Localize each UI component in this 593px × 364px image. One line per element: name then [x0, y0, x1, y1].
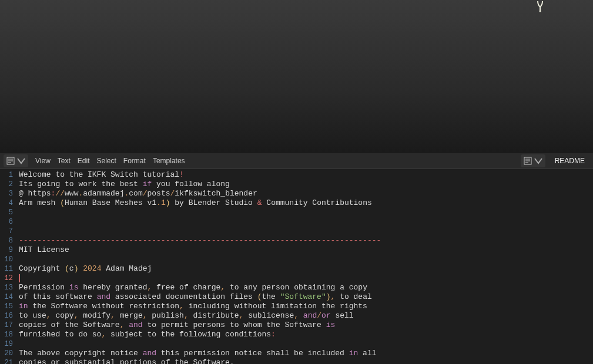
- code-line: [19, 255, 593, 264]
- code-line: Copyright (c) 2024 Adam Madej: [19, 264, 593, 274]
- line-number: 1: [0, 170, 13, 180]
- line-number: 11: [0, 264, 13, 274]
- text-file-icon: [523, 156, 532, 166]
- code-line: Arm mesh (Human Base Meshes v1.1) by BLe…: [19, 198, 593, 208]
- code-line: [19, 227, 593, 236]
- code-line: ----------------------------------------…: [19, 236, 593, 245]
- code-line: Its going to work the best if you follow…: [19, 180, 593, 189]
- svg-point-0: [540, 11, 541, 12]
- code-line: Permission is hereby granted, free of ch…: [19, 283, 593, 292]
- code-line: [19, 217, 593, 227]
- code-content[interactable]: Welcome to the IKFK Switch tutorial!Its …: [16, 169, 593, 364]
- menu-format[interactable]: Format: [123, 157, 146, 165]
- 3d-viewport[interactable]: [0, 0, 593, 153]
- menu-text[interactable]: Text: [58, 157, 71, 165]
- text-cursor: [19, 274, 20, 282]
- code-line: copies of the Software, and to permit pe…: [19, 321, 593, 330]
- line-number: 14: [0, 292, 13, 302]
- line-number: 3: [0, 189, 13, 198]
- text-datablock-selector[interactable]: [521, 154, 545, 167]
- code-line: of this software and associated document…: [19, 292, 593, 302]
- chevron-down-icon: [534, 156, 543, 166]
- code-line: Welcome to the IKFK Switch tutorial!: [19, 170, 593, 180]
- line-number: 6: [0, 217, 13, 227]
- menu-select[interactable]: Select: [97, 157, 116, 165]
- line-number: 7: [0, 227, 13, 236]
- line-number: 21: [0, 358, 13, 364]
- line-number: 10: [0, 255, 13, 264]
- file-name-field[interactable]: README: [550, 155, 589, 167]
- text-editor-icon: [6, 156, 15, 166]
- line-number: 19: [0, 339, 13, 349]
- code-line: @ https://www.adammadej.com/posts/ikfksw…: [19, 189, 593, 198]
- line-number: 15: [0, 302, 13, 311]
- line-number: 4: [0, 198, 13, 208]
- line-number: 5: [0, 208, 13, 217]
- code-line: copies or substantial portions of the So…: [19, 358, 593, 364]
- menu-edit[interactable]: Edit: [78, 157, 90, 165]
- text-editor-header: View Text Edit Select Format Templates R…: [0, 153, 593, 169]
- text-editor-body: 123456789101112131415161718192021 Welcom…: [0, 169, 593, 364]
- editor-type-selector[interactable]: [4, 154, 28, 167]
- armature-handle: [534, 0, 546, 13]
- code-line: [19, 208, 593, 217]
- line-number: 12: [0, 274, 13, 283]
- code-line: in the Software without restriction, inc…: [19, 302, 593, 311]
- line-number-gutter: 123456789101112131415161718192021: [0, 169, 16, 364]
- code-line: MIT License: [19, 245, 593, 255]
- code-line: furnished to do so, subject to the follo…: [19, 330, 593, 339]
- menu-templates[interactable]: Templates: [153, 157, 185, 165]
- line-number: 13: [0, 283, 13, 292]
- line-number: 20: [0, 349, 13, 358]
- line-number: 9: [0, 245, 13, 255]
- line-number: 18: [0, 330, 13, 339]
- code-line: [19, 274, 593, 283]
- line-number: 8: [0, 236, 13, 245]
- chevron-down-icon: [16, 156, 26, 166]
- line-number: 17: [0, 321, 13, 330]
- line-number: 2: [0, 180, 13, 189]
- menu-view[interactable]: View: [35, 157, 51, 165]
- code-line: to use, copy, modify, merge, publish, di…: [19, 311, 593, 321]
- line-number: 16: [0, 311, 13, 321]
- code-line: [19, 339, 593, 349]
- code-line: The above copyright notice and this perm…: [19, 349, 593, 358]
